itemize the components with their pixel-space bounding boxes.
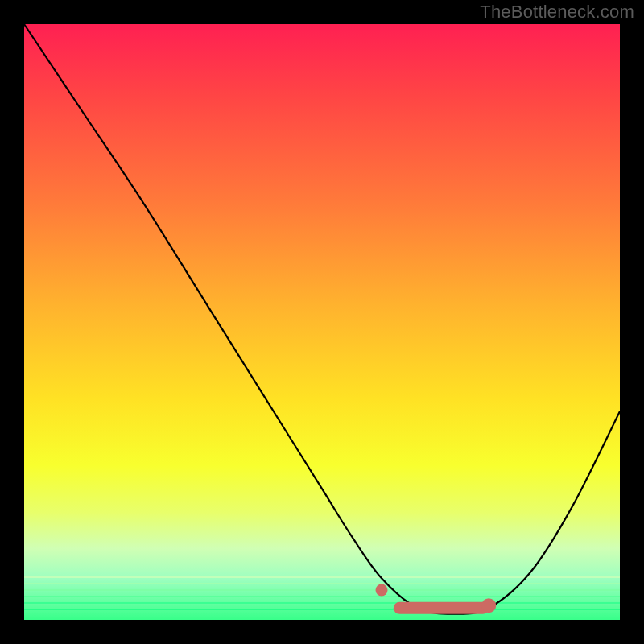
watermark-text: TheBottleneck.com [480,2,634,23]
optimal-range-bar [394,602,489,614]
optimal-dot [376,584,388,597]
optimal-markers [376,584,497,614]
chart-svg [24,24,620,620]
plot-area [24,24,620,620]
curve-path [24,24,620,614]
optimal-range-bar-end-knob [481,598,496,613]
chart-frame: TheBottleneck.com [0,0,644,644]
bottleneck-curve [24,24,620,614]
